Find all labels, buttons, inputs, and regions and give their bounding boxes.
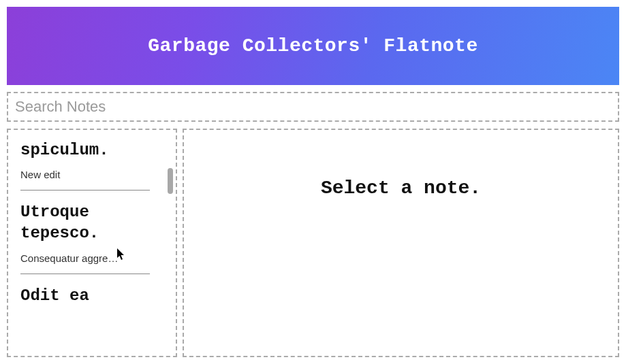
note-title: Utroque tepesco.: [20, 201, 163, 244]
note-preview: New edit: [20, 169, 150, 191]
content-area: spiculum. New edit Utroque tepesco. Cons…: [0, 129, 626, 357]
note-viewer: Select a note.: [183, 129, 619, 357]
empty-state-text: Select a note.: [321, 178, 481, 356]
search-container: [7, 92, 619, 122]
app-title: Garbage Collectors' Flatnote: [148, 35, 478, 56]
note-preview: Consequatur aggre…: [20, 252, 150, 274]
notes-sidebar[interactable]: spiculum. New edit Utroque tepesco. Cons…: [7, 129, 177, 357]
scrollbar-thumb[interactable]: [168, 168, 173, 194]
note-title: Odit ea: [20, 285, 163, 306]
search-input[interactable]: [15, 98, 611, 116]
note-item[interactable]: Utroque tepesco. Consequatur aggre…: [20, 197, 163, 280]
app-header: Garbage Collectors' Flatnote: [7, 7, 619, 85]
note-item[interactable]: Odit ea: [20, 281, 163, 313]
note-item[interactable]: spiculum. New edit: [20, 135, 163, 197]
note-title: spiculum.: [20, 139, 163, 161]
